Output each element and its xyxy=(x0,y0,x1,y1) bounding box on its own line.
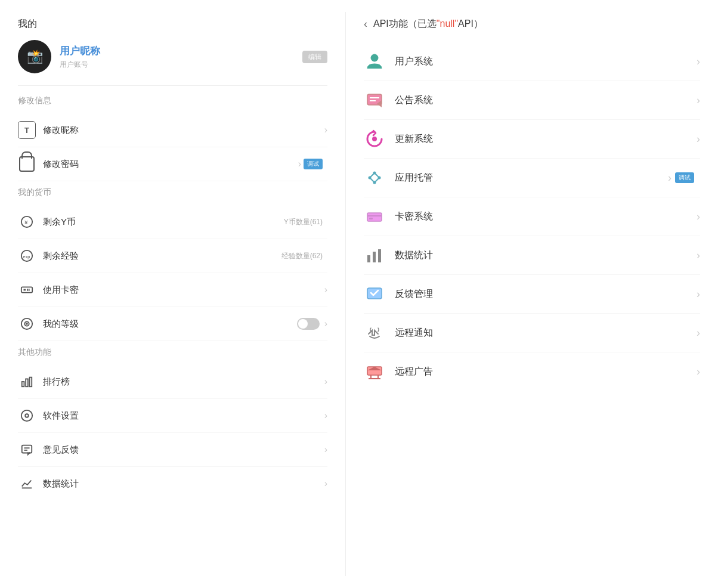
svg-point-26 xyxy=(373,172,376,175)
menu-item-card-key[interactable]: 使用卡密 › xyxy=(18,273,327,307)
svg-point-14 xyxy=(21,410,32,421)
avatar: 📸 xyxy=(18,40,51,73)
section-title-edit-info: 修改信息 xyxy=(18,95,327,106)
update-system-icon xyxy=(364,128,385,150)
feedback-mgmt-icon xyxy=(364,283,385,305)
app-hosting-icon xyxy=(364,167,385,188)
svg-point-10 xyxy=(26,323,27,324)
update-system-label: 更新系统 xyxy=(395,133,697,146)
data-analytics-arrow: › xyxy=(697,249,700,262)
svg-point-15 xyxy=(25,414,29,417)
username: 用户昵称 xyxy=(60,44,302,58)
section-title-currency: 我的货币 xyxy=(18,187,327,198)
back-button[interactable]: ‹ xyxy=(364,18,367,30)
update-system-arrow: › xyxy=(697,133,700,146)
api-item-feedback-mgmt[interactable]: 反馈管理 › xyxy=(364,275,700,314)
svg-rect-11 xyxy=(22,382,24,386)
settings-icon xyxy=(18,407,36,425)
menu-item-data-stats[interactable]: 数据统计 › xyxy=(18,467,327,500)
edit-nickname-icon: T xyxy=(18,121,36,139)
api-item-remote-ad[interactable]: 远程广告 › xyxy=(364,352,700,391)
feedback-icon xyxy=(18,441,36,459)
svg-text:exp: exp xyxy=(23,254,30,259)
user-system-arrow: › xyxy=(697,55,700,68)
level-toggle[interactable] xyxy=(297,318,320,330)
remote-ad-arrow: › xyxy=(697,366,700,378)
api-item-user-system[interactable]: 用户系统 › xyxy=(364,42,700,81)
menu-item-edit-nickname[interactable]: T 修改昵称 › xyxy=(18,113,327,147)
card-system-icon xyxy=(364,206,385,227)
exp-icon: exp xyxy=(18,247,36,265)
data-stats-icon xyxy=(18,475,36,493)
ranking-icon xyxy=(18,373,36,391)
menu-item-edit-password[interactable]: 修改密码 › 调试 xyxy=(18,147,327,181)
notice-system-arrow: › xyxy=(697,94,700,107)
edit-password-icon xyxy=(18,155,36,173)
menu-item-settings[interactable]: 软件设置 › xyxy=(18,399,327,433)
right-panel: ‹ API功能（已选"null"API） 用户系统 › xyxy=(346,12,718,576)
api-item-app-hosting[interactable]: 应用托管 › 调试 xyxy=(364,159,700,197)
card-key-label: 使用卡密 xyxy=(43,284,324,296)
exp-value: 经验数量(62) xyxy=(281,251,323,261)
edit-nickname-arrow: › xyxy=(324,125,327,135)
svg-rect-35 xyxy=(378,249,381,262)
level-arrow: › xyxy=(324,318,327,329)
user-id: 用户账号 xyxy=(60,60,302,70)
card-key-arrow: › xyxy=(324,284,327,295)
svg-rect-12 xyxy=(26,379,28,386)
menu-item-level[interactable]: 我的等级 › xyxy=(18,307,327,341)
notice-system-label: 公告系统 xyxy=(395,94,697,107)
level-icon xyxy=(18,315,36,333)
ycoin-value: Y币数量(61) xyxy=(284,217,323,227)
data-analytics-label: 数据统计 xyxy=(395,249,697,262)
user-system-label: 用户系统 xyxy=(395,55,697,68)
svg-point-29 xyxy=(378,177,381,180)
menu-item-ycoin[interactable]: ¥ 剩余Y币 Y币数量(61) xyxy=(18,205,327,239)
page-title: 我的 xyxy=(18,18,327,30)
data-analytics-icon xyxy=(364,245,385,266)
exp-label: 剩余经验 xyxy=(43,250,281,262)
api-item-data-analytics[interactable]: 数据统计 › xyxy=(364,236,700,275)
user-info: 用户昵称 用户账号 xyxy=(60,44,302,70)
remote-notify-label: 远程通知 xyxy=(395,327,697,339)
api-item-card-system[interactable]: 卡密系统 › xyxy=(364,197,700,236)
menu-item-ranking[interactable]: 排行榜 › xyxy=(18,365,327,399)
right-header: ‹ API功能（已选"null"API） xyxy=(364,18,700,30)
app-hosting-label: 应用托管 xyxy=(395,172,668,184)
edit-nickname-label: 修改昵称 xyxy=(43,125,324,136)
user-system-icon xyxy=(364,51,385,72)
feedback-mgmt-arrow: › xyxy=(697,288,700,301)
svg-rect-13 xyxy=(30,377,32,387)
menu-item-feedback[interactable]: 意见反馈 › xyxy=(18,433,327,467)
app-hosting-debug-badge: 调试 xyxy=(675,172,694,183)
ycoin-label: 剩余Y币 xyxy=(43,216,284,228)
right-title: API功能（已选"null"API） xyxy=(373,18,483,30)
menu-item-exp[interactable]: exp 剩余经验 经验数量(62) xyxy=(18,239,327,273)
svg-rect-32 xyxy=(369,218,373,219)
api-item-remote-notify[interactable]: 远程通知 › xyxy=(364,314,700,352)
api-item-update-system[interactable]: 更新系统 › xyxy=(364,120,700,159)
avatar-icon: 📸 xyxy=(27,49,43,64)
level-label: 我的等级 xyxy=(43,318,297,330)
svg-rect-30 xyxy=(367,213,382,221)
svg-point-28 xyxy=(373,181,376,184)
settings-arrow: › xyxy=(324,410,327,421)
profile-edit-button[interactable]: 编辑 xyxy=(302,51,327,63)
data-stats-label: 数据统计 xyxy=(43,478,324,490)
null-api-text: "null" xyxy=(437,18,458,29)
api-item-notice-system[interactable]: 公告系统 › xyxy=(364,81,700,120)
ranking-arrow: › xyxy=(324,376,327,387)
feedback-arrow: › xyxy=(324,444,327,455)
svg-rect-34 xyxy=(373,252,376,262)
user-profile: 📸 用户昵称 用户账号 编辑 xyxy=(18,40,327,86)
svg-text:¥: ¥ xyxy=(24,219,28,225)
card-system-arrow: › xyxy=(697,211,700,223)
ycoin-icon: ¥ xyxy=(18,213,36,231)
ranking-label: 排行榜 xyxy=(43,376,324,388)
feedback-label: 意见反馈 xyxy=(43,444,324,456)
svg-point-20 xyxy=(371,54,378,61)
card-system-label: 卡密系统 xyxy=(395,211,697,223)
section-title-other: 其他功能 xyxy=(18,347,327,358)
remote-notify-arrow: › xyxy=(697,327,700,339)
edit-password-label: 修改密码 xyxy=(43,159,298,170)
